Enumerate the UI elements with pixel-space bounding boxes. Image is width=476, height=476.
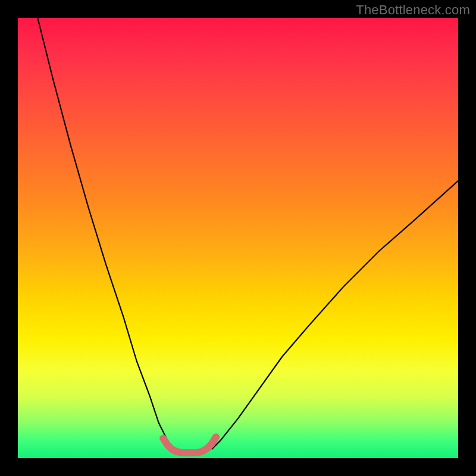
curve-layer [18, 18, 458, 458]
plot-area [18, 18, 458, 458]
chart-frame: TheBottleneck.com [0, 0, 476, 476]
watermark-text: TheBottleneck.com [356, 2, 470, 18]
left-descending-curve [37, 18, 174, 449]
bottom-bridge-marker [163, 437, 216, 453]
right-ascending-curve [212, 181, 458, 449]
